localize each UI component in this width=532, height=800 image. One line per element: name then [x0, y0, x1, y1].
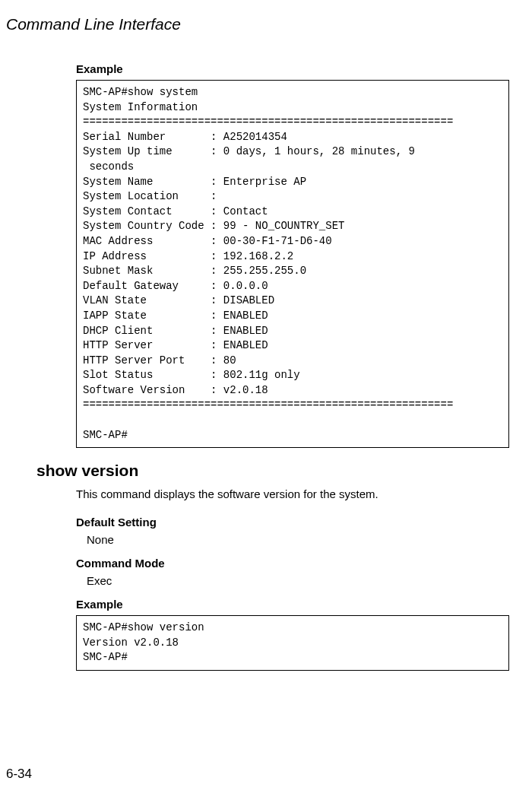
- example2-terminal: SMC-AP#show version Version v2.0.18 SMC-…: [76, 615, 509, 671]
- command-description: This command displays the software versi…: [76, 486, 509, 502]
- default-setting-value: None: [76, 533, 509, 546]
- default-setting-heading: Default Setting: [76, 516, 509, 529]
- command-mode-value: Exec: [76, 574, 509, 587]
- example1-section: Example SMC-AP#show system System Inform…: [0, 62, 532, 448]
- example1-heading: Example: [76, 62, 509, 75]
- page-header: Command Line Interface: [0, 15, 532, 33]
- example1-terminal: SMC-AP#show system System Information ==…: [76, 80, 509, 448]
- command-title: show version: [36, 462, 509, 480]
- example2-heading: Example: [76, 598, 509, 611]
- command-section: show version: [0, 462, 532, 480]
- page-number: 6-34: [6, 767, 32, 782]
- command-mode-heading: Command Mode: [76, 557, 509, 570]
- command-details: This command displays the software versi…: [0, 486, 532, 671]
